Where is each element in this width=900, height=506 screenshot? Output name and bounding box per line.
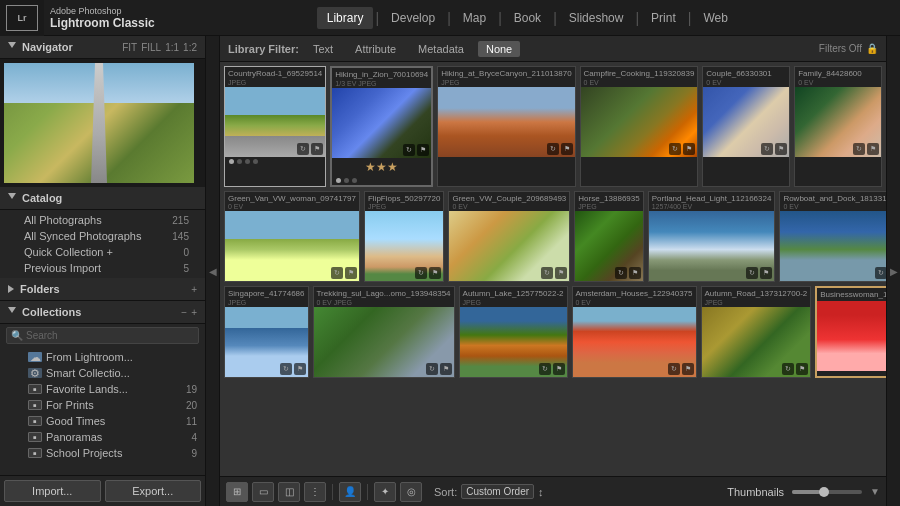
photo-thumb-countryroad: ↻ ⚑: [225, 87, 325, 157]
thumbnail-size-slider[interactable]: [792, 490, 862, 494]
filter-tab-metadata[interactable]: Metadata: [410, 41, 472, 57]
sort-asc-icon[interactable]: ↕: [538, 486, 544, 498]
folders-header[interactable]: Folders +: [0, 278, 205, 301]
photo-cell-family[interactable]: Family_84428600 0 EV ↻ ⚑: [794, 66, 882, 187]
photo-cell-businesswoman[interactable]: Businesswoman_18378685 ↻ ⚑: [815, 286, 886, 378]
photo-cell-rowboat[interactable]: Rowboat_and_Dock_181331000 0 EV ↻ ⚑: [779, 191, 886, 283]
spray-paint-button[interactable]: ✦: [374, 482, 396, 502]
collection-panoramas[interactable]: ▪ Panoramas 4: [0, 429, 205, 445]
photo-thumb-horse: ↻ ⚑: [575, 211, 642, 281]
catalog-quick-collection[interactable]: Quick Collection + 0: [0, 244, 205, 260]
sort-area: Sort: Custom Order ↕: [434, 484, 544, 499]
center-content: Library Filter: Text Attribute Metadata …: [220, 36, 886, 506]
folder-icon: ▪: [28, 400, 42, 410]
people-view-button[interactable]: 👤: [339, 482, 361, 502]
flag-icon: ⚑: [629, 267, 641, 279]
lock-icon: 🔒: [866, 43, 878, 54]
photo-cell-countryroad[interactable]: CountryRoad-1_69529514 JPEG ↻ ⚑: [224, 66, 326, 187]
tab-develop[interactable]: Develop: [381, 7, 445, 29]
photo-cell-singapore[interactable]: Singapore_41774686 JPEG ↻ ⚑: [224, 286, 309, 378]
collection-favorite-lands[interactable]: ▪ Favorite Lands... 19: [0, 381, 205, 397]
photo-thumb-bryce-canyon: ↻ ⚑: [438, 87, 574, 157]
folder-icon: ▪: [28, 448, 42, 458]
left-panel-collapse[interactable]: ◀: [206, 36, 220, 506]
photo-cell-van[interactable]: Green_Van_VW_woman_09741797 0 EV ↻ ⚑: [224, 191, 360, 283]
compare-view-button[interactable]: ◫: [278, 482, 300, 502]
photo-cell-flipflops[interactable]: FlipFlops_50297720 JPEG ↻ ⚑: [364, 191, 445, 283]
catalog-synced[interactable]: All Synced Photographs 145: [0, 228, 205, 244]
tab-print[interactable]: Print: [641, 7, 686, 29]
import-button[interactable]: Import...: [4, 480, 101, 502]
filter-tab-attribute[interactable]: Attribute: [347, 41, 404, 57]
collection-from-lightroom[interactable]: ☁ From Lightroom...: [0, 349, 205, 365]
survey-view-button[interactable]: ⋮: [304, 482, 326, 502]
smart-collection-icon: ⚙: [28, 368, 42, 378]
nav-fit[interactable]: FIT: [122, 42, 137, 53]
top-bar: Lr Adobe Photoshop Lightroom Classic Lib…: [0, 0, 900, 36]
rotate-icon: ↻: [615, 267, 627, 279]
photo-cell-vwcouple[interactable]: Green_VW_Couple_209689493 0 EV ↻ ⚑: [448, 191, 570, 283]
export-button[interactable]: Export...: [105, 480, 202, 502]
loupe-view-button[interactable]: ▭: [252, 482, 274, 502]
filter-bar: Library Filter: Text Attribute Metadata …: [220, 36, 886, 62]
photo-cell-autumn-lake[interactable]: Autumn_Lake_125775022-2 JPEG ↻ ⚑: [459, 286, 568, 378]
photo-thumb-lighthouse: ↻ ⚑: [649, 211, 775, 281]
collection-good-times[interactable]: ▪ Good Times 11: [0, 413, 205, 429]
collection-smart[interactable]: ⚙ Smart Collectio...: [0, 365, 205, 381]
collection-for-prints[interactable]: ▪ For Prints 20: [0, 397, 205, 413]
filter-tab-text[interactable]: Text: [305, 41, 341, 57]
collections-plus[interactable]: +: [191, 307, 197, 318]
navigator-title: Navigator: [22, 41, 122, 53]
tab-book[interactable]: Book: [504, 7, 551, 29]
flag-icon: ⚑: [417, 144, 429, 156]
photo-cell-autumn-road[interactable]: Autumn_Road_137312700-2 JPEG ↻ ⚑: [701, 286, 812, 378]
nav-1-1[interactable]: 1:1: [165, 42, 179, 53]
nav-tabs: Library | Develop | Map | Book | Slidesh…: [155, 7, 900, 29]
photo-cell-lighthouse[interactable]: Portland_Head_Light_112166324 1257/400 E…: [648, 191, 776, 283]
flag-icon: ⚑: [553, 363, 565, 375]
collections-minus[interactable]: −: [181, 307, 187, 318]
chevron-down-icon[interactable]: ▼: [870, 486, 880, 497]
photo-cell-couple[interactable]: Couple_66330301 0 EV ↻ ⚑: [702, 66, 790, 187]
photo-grid[interactable]: CountryRoad-1_69529514 JPEG ↻ ⚑: [220, 62, 886, 476]
rotate-icon: ↻: [403, 144, 415, 156]
navigator-controls: FIT FILL 1:1 1:2: [122, 42, 197, 53]
collection-school-projects[interactable]: ▪ School Projects 9: [0, 445, 205, 461]
photo-cell-amsterdam[interactable]: Amsterdam_Houses_122940375 0 EV ↻ ⚑: [572, 286, 697, 378]
tab-map[interactable]: Map: [453, 7, 496, 29]
collections-search[interactable]: 🔍 Search: [6, 327, 199, 344]
tab-library[interactable]: Library: [317, 7, 374, 29]
photo-cell-horse[interactable]: Horse_13886935 JPEG ↻ ⚑: [574, 191, 643, 283]
navigator-image: [4, 63, 194, 183]
folders-add[interactable]: +: [191, 284, 197, 295]
photo-thumb-family: ↻ ⚑: [795, 87, 881, 157]
filter-button[interactable]: ◎: [400, 482, 422, 502]
catalog-title: Catalog: [22, 192, 197, 204]
collections-header[interactable]: Collections − +: [0, 301, 205, 324]
sort-select[interactable]: Custom Order: [461, 484, 534, 499]
tab-slideshow[interactable]: Slideshow: [559, 7, 634, 29]
navigator-toggle-icon: [8, 42, 16, 52]
photo-cell-campfire[interactable]: Campfire_Cooking_119320839 0 EV ↻ ⚑: [580, 66, 699, 187]
grid-view-button[interactable]: ⊞: [226, 482, 248, 502]
photo-thumb-van: ↻ ⚑: [225, 211, 359, 281]
photo-thumb-rowboat: ↻ ⚑: [780, 211, 886, 281]
photo-cell-trekking[interactable]: Trekking_sul_Lago...omo_193948354 0 EV J…: [313, 286, 455, 378]
grid-row-1: CountryRoad-1_69529514 JPEG ↻ ⚑: [224, 66, 882, 187]
folders-toggle-icon: [8, 285, 14, 293]
nav-1-2[interactable]: 1:2: [183, 42, 197, 53]
catalog-header[interactable]: Catalog: [0, 187, 205, 210]
photo-cell-hiking-zion[interactable]: Hiking_in_Zion_70010694 1/3 EV JPEG ↻ ⚑ …: [330, 66, 433, 187]
photo-thumb-businesswoman: ↻ ⚑: [817, 301, 886, 371]
nav-fill[interactable]: FILL: [141, 42, 161, 53]
navigator-header[interactable]: Navigator FIT FILL 1:1 1:2: [0, 36, 205, 59]
right-panel-collapse[interactable]: ▶: [886, 36, 900, 506]
catalog-previous-import[interactable]: Previous Import 5: [0, 260, 205, 276]
filter-tab-none[interactable]: None: [478, 41, 520, 57]
photo-cell-bryce-canyon[interactable]: Hiking_at_BryceCanyon_211013870 JPEG ↻ ⚑: [437, 66, 575, 187]
tab-web[interactable]: Web: [693, 7, 737, 29]
filters-off: Filters Off 🔒: [819, 43, 878, 54]
brand-name: Adobe Photoshop: [50, 6, 155, 16]
catalog-all-photographs[interactable]: All Photographs 215: [0, 212, 205, 228]
photo-thumb-autumn-road: ↻ ⚑: [702, 307, 811, 377]
